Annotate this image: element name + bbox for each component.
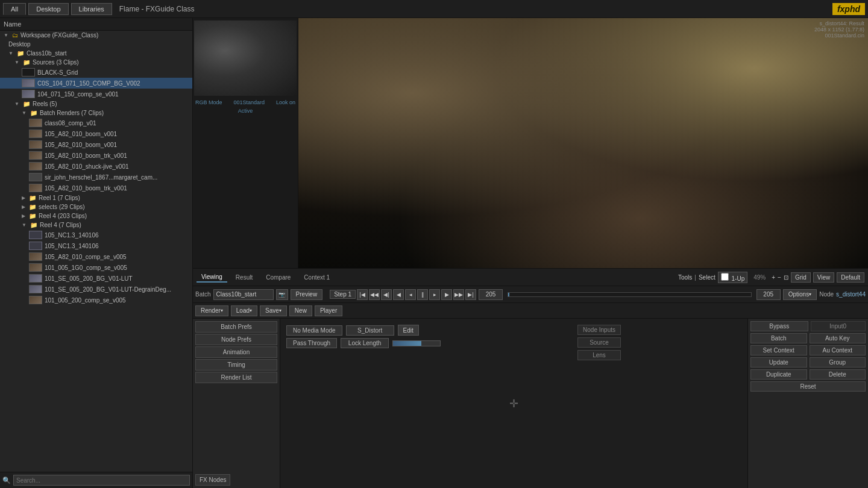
toolbar-row2: Render Load Save New Player [193,303,868,319]
tree-sources[interactable]: ▼ 📁 Sources (3 Clips) [0,58,192,67]
source-input[interactable]: Source [577,337,621,348]
grid-button[interactable]: Grid [791,272,811,283]
group-button[interactable]: Group [810,357,866,368]
reset-button[interactable]: Reset [750,381,866,392]
tree-desktop[interactable]: Desktop [0,40,192,49]
tab-all[interactable]: All [3,3,26,15]
standard-label[interactable]: 001Standard [233,99,265,105]
preview-thumbnail[interactable] [194,20,297,96]
viewer-info-line1: s_distort44: Result [814,20,864,27]
load-button[interactable]: Load [231,305,257,316]
tree-clip-c0s[interactable]: C0S_104_071_150_COMP_BG_V002 [0,78,192,89]
step-fwd-btn[interactable]: ▶ [441,289,452,300]
render-list-button[interactable]: Render List [195,372,277,383]
frame-end-input[interactable] [756,289,781,300]
one-up-checkbox[interactable] [721,273,729,281]
batch-prefs-button[interactable]: Batch Prefs [195,321,277,333]
viewer-controls: Viewing Result Compare Context 1 Tools |… [193,268,868,286]
tree-clip-black[interactable]: BLACK-S_Grid [0,67,192,78]
edit-node-button[interactable]: Edit [398,325,419,336]
tab-desktop[interactable]: Desktop [28,3,68,15]
batch-right-button[interactable]: Batch [750,333,807,343]
step-fwd-far-btn[interactable]: ▶▶ [453,289,464,300]
tab-libraries[interactable]: Libraries [71,3,112,15]
tab-result[interactable]: Result [231,273,257,282]
tree-clip-105trk2[interactable]: 105_A82_010_boom_trk_v001 [0,183,192,193]
tree-clip-nc1b[interactable]: 105_NC1.3_140106 [0,240,192,251]
no-media-mode-box[interactable]: No Media Mode [286,325,342,336]
tab-compare[interactable]: Compare [261,273,295,282]
tree-clip-101comp[interactable]: 101_005_1G0_comp_se_v005 [0,262,192,273]
main-viewer[interactable]: s_distort44: Result 2048 x 1152 (1.77:8)… [298,18,868,268]
tree-reel4-7[interactable]: ▼ 📁 Reel 4 (7 Clips) [0,221,192,230]
select-label[interactable]: Select [699,274,715,281]
node-prefs-button[interactable]: Node Prefs [195,334,277,345]
tree-clip-class08[interactable]: class08_comp_v01 [0,117,192,128]
tree-clip-101se2[interactable]: 101_SE_005_200_BG_V01-LUT-DegrainDeg... [0,284,192,295]
tree-reels[interactable]: ▼ 📁 Reels (5) [0,99,192,108]
tree-clip-101se[interactable]: 101_SE_005_200_BG_V01-LUT [0,273,192,284]
batch-left-sidebar: Batch Prefs Node Prefs Animation Timing … [193,319,280,488]
frame-start-input[interactable] [479,289,503,300]
bypass-button[interactable]: Bypass [750,321,808,331]
tree-clip-nc1a[interactable]: 105_NC1.3_140106 [0,230,192,240]
tree-class10b[interactable]: ▼ 📁 Class10b_start [0,49,192,58]
batch-node-controls: No Media Mode S_Distort Edit Pass Throug… [286,325,441,348]
new-button[interactable]: New [289,305,312,316]
au-context-button[interactable]: Au Context [810,345,866,355]
node-name-box[interactable]: S_Distort [346,325,394,336]
one-up-control[interactable]: 1-Up [718,272,747,283]
step-back-one-btn[interactable]: ◀ [393,289,404,300]
batch-camera-btn[interactable]: 📷 [276,289,288,300]
render-button[interactable]: Render [195,305,228,316]
set-context-button[interactable]: Set Context [750,345,807,355]
lens-input[interactable]: Lens [577,350,621,360]
step-end-btn[interactable]: ▶| [465,289,476,300]
update-button[interactable]: Update [750,357,807,368]
tree-clip-105trk[interactable]: 105_A82_010_boom_trk_v001 [0,150,192,161]
frame-bar[interactable] [508,292,752,297]
zoom-in-icon[interactable]: + [772,274,775,281]
duplicate-button[interactable]: Duplicate [750,369,807,380]
delete-button[interactable]: Delete [810,369,866,380]
view-button[interactable]: View [813,272,835,283]
tree-clip-105a[interactable]: 105_A82_010_boom_v001 [0,128,192,139]
step-back-btn[interactable]: ◀| [381,289,392,300]
preview-button[interactable]: Preview [291,289,323,300]
fit-icon[interactable]: ⊡ [784,274,788,281]
animation-button[interactable]: Animation [195,346,277,358]
lock-value-slider[interactable] [392,340,441,346]
tree-clip-104[interactable]: 104_071_150_comp_se_v001 [0,89,192,99]
default-button[interactable]: Default [837,272,864,283]
save-button[interactable]: Save [260,305,287,316]
tree-selects[interactable]: ▶ 📁 selects (29 Clips) [0,202,192,211]
tree-workspace[interactable]: ▼ 🗂 Workspace (FXGuide_Class) [0,31,192,40]
options-button[interactable]: Options [783,289,817,300]
tab-viewing[interactable]: Viewing [197,272,227,283]
look-label[interactable]: Look on [276,99,295,105]
step-first-btn[interactable]: |◀ [357,289,368,300]
auto-key-button[interactable]: Auto Key [810,333,866,343]
tab-context1[interactable]: Context 1 [299,273,335,282]
tree-clip-101200[interactable]: 101_005_200_comp_se_v005 [0,295,192,305]
batch-input[interactable] [213,289,274,300]
play-back-btn[interactable]: ◂ [405,289,416,300]
tree-batch-renders[interactable]: ▼ 📁 Batch Renders (7 Clips) [0,108,192,117]
tree-reel4-203[interactable]: ▶ 📁 Reel 4 (203 Clips) [0,211,192,221]
search-input[interactable] [13,475,190,486]
zoom-out-icon[interactable]: − [778,274,781,281]
timing-button[interactable]: Timing [195,359,277,371]
player-button[interactable]: Player [315,305,342,316]
pause-btn[interactable]: ‖ [417,289,428,300]
tree-reel1[interactable]: ▶ 📁 Reel 1 (7 Clips) [0,193,192,202]
tree-clip-105shuck[interactable]: 105_A82_010_shuck-jive_v001 [0,161,192,172]
rgb-mode-label[interactable]: RGB Mode [195,99,222,105]
tree-clip-105comp[interactable]: 105_A82_010_comp_se_v005 [0,251,192,262]
step-back-far-btn[interactable]: ◀◀ [369,289,380,300]
lock-length-box[interactable]: Lock Length [341,338,389,348]
tree-clip-105b[interactable]: 105_A82_010_boom_v001 [0,139,192,150]
fx-nodes-button[interactable]: FX Nodes [195,474,230,486]
pass-through-box[interactable]: Pass Through [286,338,337,348]
tree-clip-sir[interactable]: sir_john_herschel_1867...margaret_cam... [0,172,192,183]
play-fwd-btn[interactable]: ▸ [429,289,440,300]
